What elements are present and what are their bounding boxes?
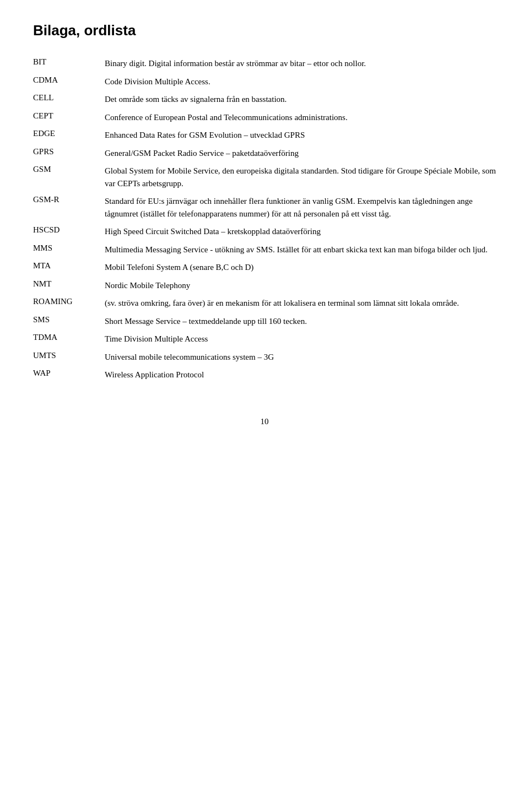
glossary-term: ROAMING <box>33 294 105 312</box>
glossary-term: CDMA <box>33 73 105 91</box>
glossary-row: TDMATime Division Multiple Access <box>33 330 496 348</box>
page-title: Bilaga, ordlista <box>33 22 496 39</box>
glossary-definition: Wireless Application Protocol <box>105 366 496 384</box>
glossary-term: CELL <box>33 90 105 109</box>
glossary-definition: (sv. ströva omkring, fara över) är en me… <box>105 294 496 312</box>
glossary-definition: Universal mobile telecommunications syst… <box>105 348 496 366</box>
glossary-term: BIT <box>33 55 105 73</box>
glossary-row: GSM-RStandard för EU:s järnvägar och inn… <box>33 192 496 223</box>
glossary-row: BITBinary digit. Digital information bes… <box>33 55 496 73</box>
glossary-row: GSMGlobal System for Mobile Service, den… <box>33 162 496 192</box>
glossary-definition: Time Division Multiple Access <box>105 330 496 348</box>
glossary-definition: Short Message Service – textmeddelande u… <box>105 312 496 331</box>
glossary-term: MMS <box>33 241 105 259</box>
glossary-table: BITBinary digit. Digital information bes… <box>33 55 496 384</box>
glossary-term: EDGE <box>33 126 105 144</box>
glossary-term: NMT <box>33 277 105 295</box>
glossary-row: EDGEEnhanced Data Rates for GSM Evolutio… <box>33 126 496 144</box>
glossary-definition: Binary digit. Digital information består… <box>105 55 496 73</box>
glossary-term: GPRS <box>33 144 105 163</box>
glossary-definition: Nordic Mobile Telephony <box>105 277 496 295</box>
glossary-row: CDMACode Division Multiple Access. <box>33 73 496 91</box>
glossary-definition: Code Division Multiple Access. <box>105 73 496 91</box>
glossary-row: MTAMobil Telefoni System A (senare B,C o… <box>33 258 496 277</box>
glossary-row: WAPWireless Application Protocol <box>33 366 496 384</box>
glossary-definition: High Speed Circuit Switched Data – krets… <box>105 223 496 241</box>
glossary-term: GSM-R <box>33 192 105 223</box>
glossary-row: GPRSGeneral/GSM Packet Radio Service – p… <box>33 144 496 163</box>
glossary-row: SMSShort Message Service – textmeddeland… <box>33 312 496 331</box>
glossary-term: TDMA <box>33 330 105 348</box>
glossary-term: UMTS <box>33 348 105 366</box>
glossary-definition: Standard för EU:s järnvägar och innehåll… <box>105 192 496 223</box>
glossary-definition: Det område som täcks av signalerna från … <box>105 90 496 109</box>
page-number: 10 <box>33 417 496 426</box>
glossary-definition: Enhanced Data Rates for GSM Evolution – … <box>105 126 496 144</box>
glossary-term: HSCSD <box>33 223 105 241</box>
glossary-definition: Mobil Telefoni System A (senare B,C och … <box>105 258 496 277</box>
glossary-term: GSM <box>33 162 105 192</box>
glossary-definition: Global System for Mobile Service, den eu… <box>105 162 496 192</box>
glossary-row: NMTNordic Mobile Telephony <box>33 277 496 295</box>
glossary-term: WAP <box>33 366 105 384</box>
glossary-definition: Multimedia Messaging Service - utökning … <box>105 241 496 259</box>
glossary-term: CEPT <box>33 109 105 127</box>
glossary-row: HSCSDHigh Speed Circuit Switched Data – … <box>33 223 496 241</box>
glossary-row: CEPTConference of European Postal and Te… <box>33 109 496 127</box>
glossary-row: CELLDet område som täcks av signalerna f… <box>33 90 496 109</box>
glossary-definition: General/GSM Packet Radio Service – paket… <box>105 144 496 163</box>
glossary-row: MMSMultimedia Messaging Service - utökni… <box>33 241 496 259</box>
glossary-definition: Conference of European Postal and Teleco… <box>105 109 496 127</box>
glossary-term: MTA <box>33 258 105 277</box>
glossary-row: UMTSUniversal mobile telecommunications … <box>33 348 496 366</box>
glossary-term: SMS <box>33 312 105 331</box>
glossary-row: ROAMING(sv. ströva omkring, fara över) ä… <box>33 294 496 312</box>
